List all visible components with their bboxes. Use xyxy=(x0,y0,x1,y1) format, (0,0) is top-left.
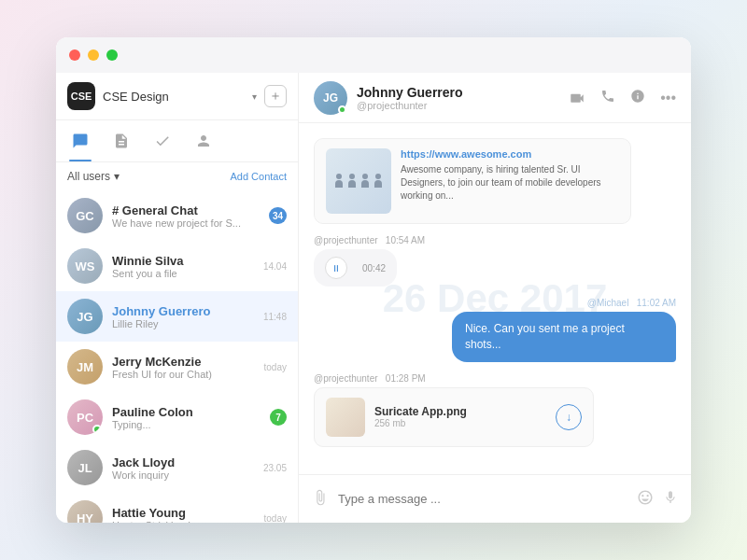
chat-avatar: JG xyxy=(314,81,347,115)
contact-info: Jack Lloyd Work inquiry xyxy=(112,455,254,481)
contact-preview: Fresh UI for our Chat) xyxy=(112,369,255,380)
file-info: Suricate App.png 256 mb xyxy=(374,405,546,428)
message-input[interactable] xyxy=(338,492,627,506)
chevron-down-icon: ▾ xyxy=(252,91,257,102)
link-content: https://www.awesome.com Awesome company,… xyxy=(401,148,619,214)
info-icon[interactable] xyxy=(630,89,645,107)
message-item: @Michael 11:02 AM Nice. Can you sent me … xyxy=(452,298,676,362)
avatar: PC xyxy=(67,399,103,435)
tab-chats[interactable] xyxy=(67,128,93,154)
contact-info: Winnie Silva Sent you a file xyxy=(112,254,254,279)
titlebar xyxy=(56,37,691,73)
contact-preview: Work inquiry xyxy=(112,469,254,481)
avatar: GC xyxy=(67,198,103,233)
contact-meta: 34 xyxy=(269,207,287,224)
contact-preview: We have new project for S... xyxy=(112,217,260,229)
contact-info: Jerry McKenzie Fresh UI for our Chat) xyxy=(112,355,255,380)
avatar: JG xyxy=(67,299,103,334)
tab-tasks[interactable] xyxy=(149,128,176,154)
app-window: CSE CSE Design ▾ ＋ xyxy=(56,37,691,523)
message-sender: @projecthunter 10:54 AM xyxy=(314,235,676,245)
message-item: https://www.awesome.com Awesome company,… xyxy=(314,138,676,224)
contact-time: today xyxy=(264,362,287,372)
contact-time: 11:48 xyxy=(263,312,287,322)
chat-handle: @projecthunter xyxy=(357,100,559,111)
workspace-icon: CSE xyxy=(67,82,95,110)
microphone-icon[interactable] xyxy=(663,489,678,510)
unread-badge: 7 xyxy=(270,409,287,426)
message-sender: @Michael 11:02 AM xyxy=(452,298,676,308)
close-dot[interactable] xyxy=(69,49,80,61)
contact-info: Johnny Guerrero Lillie Riley xyxy=(112,304,254,329)
contact-time: 14.04 xyxy=(263,261,287,272)
avatar: HY xyxy=(67,500,103,523)
chat-input-bar xyxy=(299,474,691,523)
unread-badge: 34 xyxy=(269,207,287,224)
avatar: JL xyxy=(67,450,103,485)
app-body: CSE CSE Design ▾ ＋ xyxy=(56,73,691,523)
link-url[interactable]: https://www.awesome.com xyxy=(401,148,619,160)
contact-list: GC # General Chat We have new project fo… xyxy=(56,190,298,523)
sidebar-filter: All users ▾ Add Contact xyxy=(56,162,298,190)
list-item[interactable]: GC # General Chat We have new project fo… xyxy=(56,190,298,241)
emoji-icon[interactable] xyxy=(637,489,654,510)
contact-meta: 14.04 xyxy=(263,261,287,272)
list-item[interactable]: JM Jerry McKenzie Fresh UI for our Chat)… xyxy=(56,342,298,392)
add-workspace-button[interactable]: ＋ xyxy=(264,85,287,107)
contact-preview: Lillie Riley xyxy=(112,318,254,329)
filter-label[interactable]: All users ▾ xyxy=(67,170,120,183)
contact-meta: 23.05 xyxy=(263,463,287,473)
chat-messages: 26 Dec 2017 https:/ xyxy=(299,123,691,474)
online-indicator xyxy=(338,105,346,114)
chevron-down-icon: ▾ xyxy=(114,170,120,183)
phone-icon[interactable] xyxy=(600,89,615,107)
link-preview-bubble: https://www.awesome.com Awesome company,… xyxy=(314,138,631,224)
contact-name: Johnny Guerrero xyxy=(112,304,254,318)
avatar: WS xyxy=(67,248,103,284)
attachment-icon[interactable] xyxy=(312,489,329,510)
contact-info: Hattie Young Hester Strickland xyxy=(112,506,255,524)
chat-header-actions: ••• xyxy=(569,89,676,107)
sidebar-tabs xyxy=(56,120,298,162)
list-item[interactable]: PC Pauline Colon Typing... 7 xyxy=(56,392,298,442)
contact-name: Pauline Colon xyxy=(112,405,261,419)
message-item: @projecthunter 01:28 PM Suricate App.png… xyxy=(314,373,676,447)
contact-meta: today xyxy=(264,362,287,372)
contact-meta: 11:48 xyxy=(263,312,287,322)
pause-button[interactable]: ⏸ xyxy=(325,257,347,279)
contact-name: # General Chat xyxy=(112,203,260,217)
more-icon[interactable]: ••• xyxy=(660,90,676,106)
tab-contacts[interactable] xyxy=(190,128,217,154)
download-button[interactable]: ↓ xyxy=(556,404,582,430)
contact-info: Pauline Colon Typing... xyxy=(112,405,261,430)
workspace-name: CSE Design xyxy=(103,90,245,104)
online-indicator xyxy=(92,425,102,434)
list-item[interactable]: WS Winnie Silva Sent you a file 14.04 xyxy=(56,241,298,291)
list-item[interactable]: JL Jack Lloyd Work inquiry 23.05 xyxy=(56,442,298,493)
tab-files[interactable] xyxy=(108,128,134,154)
contact-name: Jerry McKenzie xyxy=(112,355,255,369)
contact-name: Winnie Silva xyxy=(112,254,254,268)
video-icon[interactable] xyxy=(569,90,585,106)
contact-preview: Typing... xyxy=(112,419,261,430)
sidebar: CSE CSE Design ▾ ＋ xyxy=(56,73,299,523)
contact-name: Jack Lloyd xyxy=(112,455,254,469)
avatar: JM xyxy=(67,349,103,385)
message-sender: @projecthunter 01:28 PM xyxy=(314,373,676,384)
message-bubble-row: ⏸ 00:42 xyxy=(314,249,676,287)
file-bubble: Suricate App.png 256 mb ↓ xyxy=(314,387,594,447)
main-chat: JG Johnny Guerrero @projecthunter xyxy=(299,73,691,523)
file-name: Suricate App.png xyxy=(374,405,546,418)
minimize-dot[interactable] xyxy=(88,49,99,61)
list-item[interactable]: HY Hattie Young Hester Strickland today xyxy=(56,493,298,523)
add-contact-button[interactable]: Add Contact xyxy=(230,171,287,182)
thumbnail-image xyxy=(330,170,388,192)
file-thumbnail xyxy=(326,398,365,437)
audio-bubble: ⏸ 00:42 xyxy=(314,249,397,287)
maximize-dot[interactable] xyxy=(106,49,118,61)
message-item: @projecthunter 10:54 AM ⏸ 00:42 xyxy=(314,235,676,287)
list-item[interactable]: JG Johnny Guerrero Lillie Riley 11:48 xyxy=(56,291,298,342)
contact-name: Hattie Young xyxy=(112,506,255,520)
file-size: 256 mb xyxy=(374,418,546,428)
link-desc: Awesome company, is hiring talented Sr. … xyxy=(401,163,619,203)
